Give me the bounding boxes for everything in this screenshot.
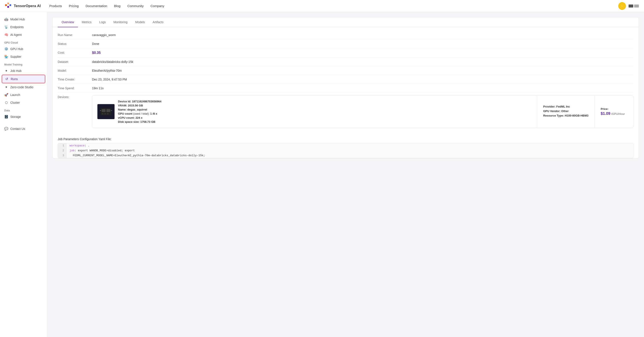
svg-rect-10 — [100, 110, 101, 111]
tabs-bar: Overview Metrics Logs Monitoring Models … — [52, 17, 639, 27]
sidebar-item-zero-code-studio[interactable]: ✦ Zero-code Studio — [0, 83, 47, 91]
code-line-content-3: FEDML_CURRENT_MODEL_NAME=EleutherAI_pyth… — [66, 153, 208, 158]
sidebar-item-label: Job Hub — [10, 69, 22, 73]
gpu-hub-icon: ⚙️ — [4, 47, 8, 51]
tab-monitoring[interactable]: Monitoring — [110, 17, 131, 27]
tab-artifacts[interactable]: Artifacts — [149, 17, 167, 27]
sidebar-item-runs[interactable]: ↺ Runs — [2, 75, 45, 83]
svg-rect-7 — [102, 113, 104, 114]
nav-blog[interactable]: Blog — [114, 4, 120, 8]
nav-company[interactable]: Company — [150, 4, 164, 8]
gpu-count-value: 1 /8 x — [150, 112, 157, 115]
device-left: Device Id: 1871162486703656964 VRAM: 201… — [92, 96, 537, 128]
nav-links: Products Pricing Documentation Blog Comm… — [49, 4, 618, 8]
code-line-num-3: 3 — [58, 153, 66, 158]
device-id-value: 1871162486703656964 — [132, 100, 161, 103]
sidebar-item-job-hub[interactable]: ✦ Job Hub — [0, 67, 47, 75]
time-create-row: Time Create: Dec 23, 2024, 9:47:53 PM — [58, 75, 634, 84]
tab-logs[interactable]: Logs — [95, 17, 110, 27]
gpu-vendor-value: Other — [561, 110, 569, 113]
gpu-cloud-section-label: GPU Cloud — [0, 39, 47, 45]
gpu-count-item: GPU count (used / total): 1 /8 x — [118, 112, 161, 115]
vcpu-value: 224 x — [136, 116, 143, 119]
gpu-vendor-label: GPU Vendor: — [543, 110, 560, 113]
resource-type-item: Resource Type: H100-80GB-HBM3 — [543, 114, 588, 117]
nav-pricing[interactable]: Pricing — [69, 4, 79, 8]
code-line-2: 2 job: export WANDB_MODE=disabled; expor… — [58, 148, 633, 153]
main-content: Overview Metrics Logs Monitoring Models … — [47, 12, 644, 337]
launch-icon: 🚀 — [4, 93, 8, 97]
code-line-3: 3 FEDML_CURRENT_MODEL_NAME=EleutherAI_py… — [58, 153, 633, 158]
price-label: Price: — [601, 107, 627, 111]
zero-code-studio-icon: ✦ — [4, 85, 8, 89]
nav-toggle[interactable] — [628, 5, 639, 8]
resource-type-label: Resource Type: — [543, 114, 564, 117]
status-label: Status: — [58, 42, 92, 46]
tab-models[interactable]: Models — [131, 17, 149, 27]
code-line-content-2: job: export WANDB_MODE=disabled; export — [66, 148, 138, 153]
device-middle: Provider: FedML Inc GPU Vendor: Other Re… — [537, 101, 594, 123]
avatar[interactable]: ⚡ — [618, 2, 626, 10]
tab-overview[interactable]: Overview — [58, 17, 78, 27]
sidebar-item-label: Zero-code Studio — [10, 85, 33, 89]
vram-item: VRAM: 2015.56 GB — [118, 104, 161, 107]
nav-community[interactable]: Community — [128, 4, 144, 8]
disk-item: Disk space size: 1758.73 GB — [118, 120, 161, 123]
svg-rect-2 — [7, 6, 9, 8]
code-section: Job Parameters Configuration Yaml File: … — [52, 134, 639, 158]
sidebar-item-label: Cluster — [10, 101, 20, 104]
logo[interactable]: TensorOpera AI — [5, 3, 41, 10]
time-spend-label: Time Spend: — [58, 87, 92, 90]
sidebar-item-cluster[interactable]: ⬡ Cluster — [0, 99, 47, 107]
gpu-vendor-item: GPU Vendor: Other — [543, 110, 588, 113]
cluster-icon: ⬡ — [4, 101, 8, 105]
cost-value: $0.35 — [92, 51, 100, 55]
toggle-box-2 — [634, 5, 639, 8]
sidebar-item-model-hub[interactable]: 🤖 Model Hub — [0, 16, 47, 23]
code-block: 1 workspace: . 2 job: export WANDB_MODE=… — [58, 143, 634, 158]
provider-value: FedML Inc — [556, 105, 570, 108]
nav-documentation[interactable]: Documentation — [86, 4, 107, 8]
disk-value: 1758.73 GB — [140, 120, 155, 123]
sidebar-item-contact-us[interactable]: 💬 Contact Us — [0, 125, 47, 133]
model-hub-icon: 🤖 — [4, 17, 8, 21]
price-value-wrapper: $1.09 /GPU/Hour — [601, 111, 627, 116]
code-line-num-1: 1 — [58, 143, 66, 148]
code-line-content-1: workspace: . — [66, 143, 93, 148]
sidebar-item-supplier[interactable]: 🏪 Supplier — [0, 53, 47, 61]
sidebar: 🤖 Model Hub 📡 Endpoints 🧠 AI Agent GPU C… — [0, 12, 47, 337]
sidebar-item-launch[interactable]: 🚀 Launch — [0, 91, 47, 99]
dataset-value: databricks/databricks-dolly-15k — [92, 60, 133, 64]
sidebar-item-label: Supplier — [10, 55, 21, 58]
cost-row: Cost: $0.35 — [58, 48, 634, 58]
svg-rect-9 — [107, 113, 108, 114]
sidebar-item-endpoints[interactable]: 📡 Endpoints — [0, 23, 47, 31]
storage-icon: 🗄️ — [4, 115, 8, 119]
devices-label: Devices: — [58, 95, 92, 99]
sidebar-item-storage[interactable]: 🗄️ Storage — [0, 113, 47, 121]
dataset-row: Dataset: databricks/databricks-dolly-15k — [58, 58, 634, 66]
sidebar-item-label: GPU Hub — [10, 47, 23, 51]
vcpu-item: vCPU count: 224 x — [118, 116, 161, 119]
sidebar-item-label: Runs — [11, 77, 18, 81]
dataset-label: Dataset: — [58, 60, 92, 64]
endpoints-icon: 📡 — [4, 25, 8, 29]
run-name-value: caravaggio_worm — [92, 33, 116, 37]
tab-metrics[interactable]: Metrics — [78, 17, 95, 27]
gpu-count-note: (used / total): — [133, 112, 150, 115]
run-name-row: Run Name: caravaggio_worm — [58, 31, 634, 40]
nav-right: ⚡ — [618, 2, 639, 10]
runs-icon: ↺ — [5, 77, 8, 81]
svg-rect-1 — [7, 3, 9, 4]
model-value: EleutherAI/pythia-70m — [92, 69, 122, 72]
device-name-value: degas_squirrel — [127, 108, 147, 111]
yaml-label: Job Parameters Configuration Yaml File: — [58, 137, 634, 141]
ai-agent-icon: 🧠 — [4, 33, 8, 37]
nav-products[interactable]: Products — [49, 4, 62, 8]
content-card: Overview Metrics Logs Monitoring Models … — [52, 17, 639, 158]
sidebar-item-ai-agent[interactable]: 🧠 AI Agent — [0, 31, 47, 39]
device-name-item: Name: degas_squirrel — [118, 108, 161, 111]
devices-row: Devices: — [58, 93, 634, 131]
time-spend-value: 19m 11s — [92, 87, 104, 90]
sidebar-item-gpu-hub[interactable]: ⚙️ GPU Hub — [0, 45, 47, 53]
